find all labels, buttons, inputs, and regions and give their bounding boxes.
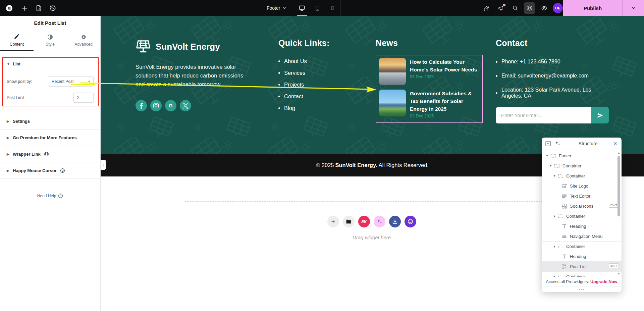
quick-link-item[interactable]: Projects xyxy=(278,82,339,88)
show-post-by-value: Recent Post xyxy=(52,79,73,84)
scroll-down-arrow[interactable]: ▼ xyxy=(618,272,620,275)
social-instagram-button[interactable] xyxy=(150,100,162,111)
tree-item-heading[interactable]: Heading xyxy=(542,221,622,231)
show-post-by-label: Show post by: xyxy=(7,79,32,84)
page-settings-icon[interactable] xyxy=(35,5,42,11)
quick-link-item[interactable]: Blog xyxy=(278,105,339,111)
send-button[interactable] xyxy=(591,107,609,123)
container-icon xyxy=(554,163,560,169)
tab-label: Advanced xyxy=(74,42,92,47)
panel-collapse-handle[interactable]: ‹ xyxy=(101,160,106,170)
social-google-button[interactable]: G xyxy=(165,100,176,111)
user-avatar[interactable]: UE xyxy=(553,3,563,13)
tree-item-post-list[interactable]: Post ListEKIT xyxy=(542,261,622,271)
device-desktop-button[interactable] xyxy=(294,0,310,16)
footer-news-column: News How to Calculate Your Home's Solar … xyxy=(376,38,484,123)
tree-item-container[interactable]: ▼Container xyxy=(542,271,622,277)
tree-scrollbar[interactable]: ▲ ▼ xyxy=(617,151,621,275)
add-element-icon[interactable] xyxy=(21,5,28,11)
tree-item-label: Social Icons xyxy=(570,204,593,209)
tree-item-container[interactable]: ▼Container xyxy=(542,161,622,171)
email-input[interactable] xyxy=(496,107,591,123)
section-settings[interactable]: ▶Settings xyxy=(0,113,100,129)
caret-down-icon[interactable]: ▼ xyxy=(552,245,556,248)
close-icon[interactable]: ✕ xyxy=(612,141,618,147)
quick-add-widget-row: +EK xyxy=(185,216,558,227)
post-list-widget-selected[interactable]: How to Calculate Your Home's Solar Power… xyxy=(376,55,483,123)
site-logo[interactable]: SunVolt Energy xyxy=(136,40,246,54)
contact-heading: Contact xyxy=(496,38,610,48)
elementor-menu-icon[interactable] xyxy=(5,4,14,13)
section-go-premium-for-more-features[interactable]: ▶Go Premium for More Features xyxy=(0,129,100,146)
panel-resize-handle[interactable]: ••• xyxy=(542,287,622,292)
quick-link-item[interactable]: Services xyxy=(278,70,339,76)
elementskit-button[interactable]: EK xyxy=(358,216,370,227)
device-mobile-button[interactable] xyxy=(325,0,340,16)
section-happy-mouse-cursor[interactable]: ▶Happy Mouse Cursor xyxy=(0,162,100,179)
show-post-by-row: Show post by: Recent Post ▼ xyxy=(0,76,100,87)
whats-new-megaphone-icon[interactable] xyxy=(495,2,506,14)
quick-link-item[interactable]: Contact xyxy=(278,93,339,100)
preview-eye-icon[interactable] xyxy=(538,2,550,14)
section-header[interactable]: ▶Wrapper Link xyxy=(0,146,100,162)
upgrade-now-link[interactable]: Upgrade Now xyxy=(590,279,618,284)
panel-tabs: ContentStyleAdvanced xyxy=(0,30,100,51)
happy-addons-button[interactable] xyxy=(405,216,416,227)
tab-content[interactable]: Content xyxy=(0,30,34,51)
publish-button[interactable]: Publish xyxy=(563,0,623,16)
social-facebook-button[interactable] xyxy=(136,100,147,111)
scrollbar-thumb[interactable] xyxy=(618,156,620,216)
structure-layers-icon[interactable] xyxy=(524,2,535,14)
contact-info-item: Email: sunvoltenergy@example.com xyxy=(496,73,610,79)
tree-item-social-icons[interactable]: Social IconsEKIT xyxy=(542,201,622,211)
empty-section-dropzone[interactable]: +EK Drag widget here xyxy=(185,201,558,256)
ai-button[interactable] xyxy=(374,216,385,227)
post-title: How to Calculate Your Home's Solar Power… xyxy=(410,58,480,73)
scroll-up-arrow[interactable]: ▲ xyxy=(618,151,620,154)
tab-label: Content xyxy=(10,42,24,47)
tree-item-navigation-menu[interactable]: Navigation Menu xyxy=(542,231,622,241)
list-section-header[interactable]: ▼ List xyxy=(0,56,100,72)
show-post-by-select[interactable]: Recent Post ▼ xyxy=(48,76,94,87)
document-name-dropdown[interactable]: Footer xyxy=(259,0,294,16)
section-header[interactable]: ▶Settings xyxy=(0,113,100,129)
finder-search-icon[interactable] xyxy=(509,2,521,14)
device-tablet-button[interactable] xyxy=(310,0,325,16)
tree-item-text-editor[interactable]: Text Editor xyxy=(542,191,622,201)
caret-right-icon: ▶ xyxy=(7,136,10,140)
quick-link-item[interactable]: About Us xyxy=(278,58,339,64)
publish-options-chevron[interactable] xyxy=(623,0,644,16)
caret-down-icon[interactable]: ▼ xyxy=(552,174,556,177)
section-wrapper-link[interactable]: ▶Wrapper Link xyxy=(0,146,100,162)
news-post-item[interactable]: Government Subsidies & Tax Benefits for … xyxy=(379,90,480,118)
tree-item-container[interactable]: ▼Container xyxy=(542,241,622,251)
tab-advanced[interactable]: Advanced xyxy=(67,30,100,51)
caret-down-icon[interactable]: ▼ xyxy=(552,215,556,218)
tree-item-site-logo[interactable]: Site Logo xyxy=(542,181,622,191)
collapse-all-icon[interactable] xyxy=(545,141,551,147)
section-label: Happy Mouse Cursor xyxy=(13,168,57,173)
need-help-link[interactable]: Need Help xyxy=(0,193,100,198)
caret-down-icon[interactable]: ▼ xyxy=(549,164,553,167)
section-header[interactable]: ▶Happy Mouse Cursor xyxy=(0,162,100,178)
tree-item-heading[interactable]: Heading xyxy=(542,251,622,261)
import-button[interactable] xyxy=(389,216,401,227)
tree-item-footer[interactable]: ▼Footer xyxy=(542,151,622,161)
tab-style[interactable]: Style xyxy=(34,30,67,51)
pro-widgets-note: Access all Pro widgets. xyxy=(546,279,589,284)
history-icon[interactable] xyxy=(49,5,56,11)
caret-down-icon[interactable]: ▼ xyxy=(545,154,549,157)
ai-sparkles-icon[interactable] xyxy=(554,141,560,147)
caret-down-icon[interactable]: ▼ xyxy=(552,275,556,277)
news-post-item[interactable]: How to Calculate Your Home's Solar Power… xyxy=(379,58,480,85)
footer-section-preview[interactable]: SunVolt Energy SunVolt Energy provides i… xyxy=(101,16,644,154)
checklist-rocket-icon[interactable] xyxy=(481,2,492,14)
social-x-button[interactable] xyxy=(180,100,191,111)
section-header[interactable]: ▶Go Premium for More Features xyxy=(0,129,100,146)
add-widget-button[interactable]: + xyxy=(327,216,339,227)
tree-item-container[interactable]: ▼Container xyxy=(542,171,622,181)
section-label: Wrapper Link xyxy=(13,152,41,157)
template-library-button[interactable] xyxy=(343,216,355,227)
tree-item-container[interactable]: ▼Container xyxy=(542,211,622,221)
post-limit-input[interactable] xyxy=(73,93,94,103)
